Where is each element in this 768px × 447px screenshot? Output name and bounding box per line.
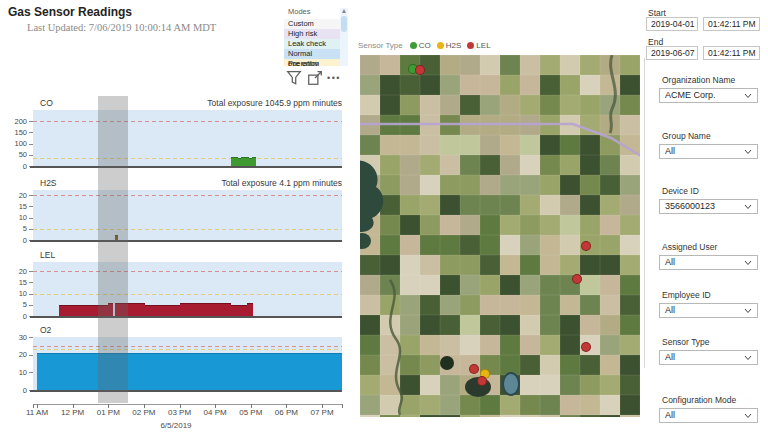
filter-label-employee-id: Employee ID [662, 290, 711, 300]
filter-label-configuration-mode: Configuration Mode [662, 395, 736, 405]
dropdown-value: ACME Corp. [665, 90, 716, 100]
dropdown-value: All [665, 410, 675, 420]
dropdown-value: 3566000123 [665, 201, 715, 211]
dropdown-value: All [665, 352, 675, 362]
dropdown-group-name[interactable]: All [659, 144, 758, 159]
dropdown-value: All [665, 305, 675, 315]
dropdown-configuration-mode[interactable]: All [659, 408, 758, 423]
dropdown-value: All [665, 257, 675, 267]
dropdown-employee-id[interactable]: All [659, 303, 758, 318]
chevron-down-icon [744, 308, 752, 314]
chevron-down-icon [744, 260, 752, 266]
chevron-down-icon [744, 413, 752, 419]
dropdown-value: All [665, 146, 675, 156]
chevron-down-icon [744, 149, 752, 155]
chevron-down-icon [744, 204, 752, 210]
dropdown-sensor-type[interactable]: All [659, 350, 758, 365]
dropdown-assigned-user[interactable]: All [659, 255, 758, 270]
dropdown-device-id[interactable]: 3566000123 [659, 199, 758, 214]
filter-label-assigned-user: Assigned User [662, 242, 717, 252]
filter-label-device-id: Device ID [662, 186, 699, 196]
chevron-down-icon [744, 355, 752, 361]
filter-label-sensor-type: Sensor Type [662, 337, 710, 347]
chevron-down-icon [744, 93, 752, 99]
filter-label-group-name: Group Name [662, 131, 711, 141]
dashboard: Gas Sensor Readings Last Updated: 7/06/2… [0, 0, 768, 447]
dropdown-organization-name[interactable]: ACME Corp. [659, 88, 758, 103]
filter-label-organization-name: Organization Name [662, 75, 735, 85]
filters-panel: Organization NameACME Corp.Group NameAll… [0, 0, 768, 447]
